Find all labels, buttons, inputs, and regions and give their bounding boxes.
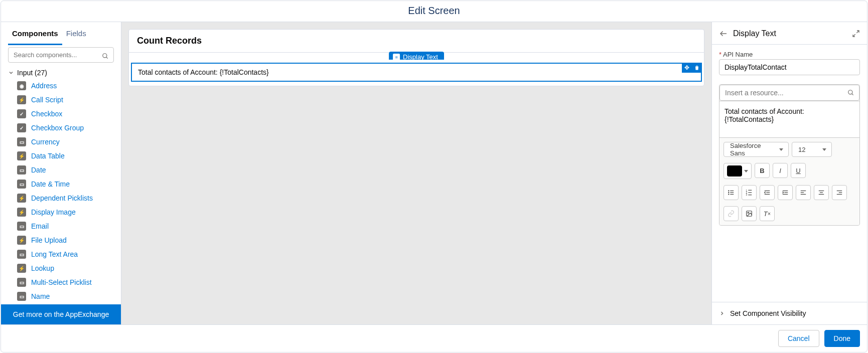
indent-button[interactable] [778,185,793,200]
component-icon: ▭ [17,137,26,146]
sidebar-item-long-text-area[interactable]: ▭Long Text Area [1,247,120,261]
fontsize-select[interactable]: 12 [792,142,832,157]
component-label: Checkbox [31,110,62,118]
component-label: Email [31,222,49,230]
svg-rect-12 [730,194,734,195]
svg-line-3 [856,31,859,33]
svg-rect-16 [748,192,752,193]
delete-icon[interactable] [693,64,701,72]
api-name-input[interactable] [719,59,860,75]
section-input[interactable]: Input (27) [1,67,120,79]
component-label: Multi-Select Picklist [31,278,92,286]
italic-button[interactable]: I [773,163,788,178]
right-panel-title: Display Text [733,29,852,38]
component-label: Date & Time [31,180,70,188]
left-panel: Components Fields Input (27) ◉Address⚡Ca… [1,22,121,324]
appexchange-button[interactable]: Get more on the AppExchange [1,304,121,324]
component-icon: ⚡ [17,194,26,203]
sidebar-item-date-time[interactable]: ▭Date & Time [1,177,120,191]
component-label: Long Text Area [31,250,78,258]
sidebar-item-address[interactable]: ◉Address [1,79,120,93]
sidebar-item-dependent-picklists[interactable]: ⚡Dependent Picklists [1,191,120,205]
sidebar-item-email[interactable]: ▭Email [1,219,120,233]
bullet-list-button[interactable] [724,185,739,200]
sidebar-item-file-upload[interactable]: ⚡File Upload [1,233,120,247]
underline-button[interactable]: U [791,163,806,178]
component-icon: ⚡ [17,151,26,160]
sidebar-item-data-table[interactable]: ⚡Data Table [1,149,120,163]
svg-line-1 [106,57,108,58]
sidebar-item-checkbox-group[interactable]: ✓Checkbox Group [1,121,120,135]
component-label: Checkbox Group [31,124,84,132]
svg-point-5 [848,90,852,94]
component-label: Lookup [31,264,54,272]
component-label: Data Table [31,152,65,160]
component-label: Name [31,292,50,300]
svg-rect-18 [748,195,752,195]
component-pill: ≡ Display Text [389,52,444,62]
component-label: Currency [31,138,60,146]
svg-line-6 [852,94,853,95]
page-title: Edit Screen [1,1,867,22]
search-icon [847,89,854,96]
component-list: Input (27) ◉Address⚡Call Script✓Checkbox… [1,67,121,304]
component-label: Address [31,82,57,90]
component-label: Dependent Picklists [31,194,93,202]
tab-components[interactable]: Components [8,22,62,45]
visibility-section[interactable]: Set Component Visibility [712,302,867,324]
display-text-icon: ≡ [393,54,400,61]
align-left-button[interactable] [796,185,811,200]
done-button[interactable]: Done [824,330,860,347]
chevron-right-icon [719,310,725,316]
sidebar-item-name[interactable]: ▭Name [1,289,120,303]
component-icon: ▭ [17,278,26,287]
component-icon: ⚡ [17,95,26,104]
chevron-down-icon [8,70,14,76]
component-icon: ⚡ [17,264,26,273]
color-swatch [727,165,742,176]
rich-content[interactable]: Total contacts of Account: {!TotalContac… [719,101,859,137]
component-icon: ⚡ [17,208,26,217]
resource-input[interactable] [719,85,859,101]
align-right-button[interactable] [832,185,847,200]
sidebar-item-lookup[interactable]: ⚡Lookup [1,261,120,275]
chevron-down-icon [822,148,826,151]
canvas-heading: Count Records [129,30,704,53]
component-icon: ▭ [17,222,26,231]
expand-icon[interactable] [852,30,860,38]
outdent-button[interactable] [760,185,775,200]
component-icon: ▭ [17,250,26,259]
selected-component[interactable]: Total contacts of Account: {!TotalContac… [131,63,702,82]
color-picker[interactable] [724,163,752,179]
svg-point-7 [728,190,729,191]
move-icon[interactable]: ✥ [683,64,691,72]
right-panel: Display Text * API Name Total contacts o… [711,22,867,324]
bold-button[interactable]: B [755,163,770,178]
clear-format-button[interactable]: T× [760,206,775,221]
svg-rect-8 [730,191,734,191]
sidebar-item-currency[interactable]: ▭Currency [1,135,120,149]
link-button[interactable] [724,206,739,221]
chevron-down-icon [744,170,748,172]
component-icon: ◉ [17,81,26,90]
svg-rect-10 [730,192,734,193]
search-input[interactable] [8,47,114,63]
component-label: Display Image [31,208,76,216]
number-list-button[interactable]: 123 [742,185,757,200]
cancel-button[interactable]: Cancel [778,330,819,347]
sidebar-item-multi-select-picklist[interactable]: ▭Multi-Select Picklist [1,275,120,289]
svg-rect-14 [748,190,752,191]
component-icon: ▭ [17,165,26,174]
back-icon[interactable] [719,29,728,38]
svg-point-11 [728,194,729,195]
image-button[interactable] [742,206,757,221]
sidebar-item-checkbox[interactable]: ✓Checkbox [1,107,120,121]
section-label: Input (27) [17,69,47,77]
tab-fields[interactable]: Fields [62,22,90,45]
component-icon: ✓ [17,123,26,132]
sidebar-item-display-image[interactable]: ⚡Display Image [1,205,120,219]
sidebar-item-call-script[interactable]: ⚡Call Script [1,93,120,107]
sidebar-item-date[interactable]: ▭Date [1,163,120,177]
font-select[interactable]: Salesforce Sans [724,142,789,157]
align-center-button[interactable] [814,185,829,200]
